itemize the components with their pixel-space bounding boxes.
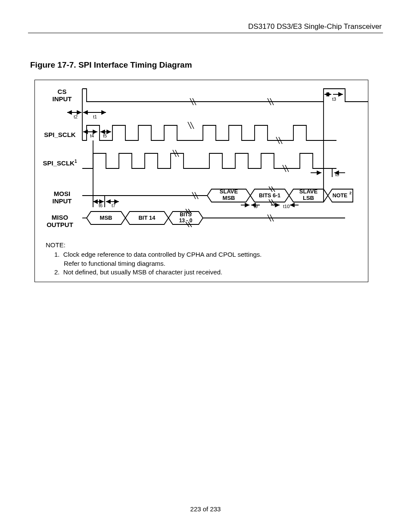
mosi-box2a: SLAVE (299, 188, 318, 195)
mosi-box3sup: 2 (349, 191, 352, 195)
note2-text: Not defined, but usually MSB of characte… (63, 268, 222, 276)
page-number: 223 of 233 (0, 505, 411, 513)
waveform-svg: SLAVE MSB BITS 6-1 SLAVE LSB NOTE 2 MSB … (35, 80, 368, 240)
mosi-box0b: MSB (223, 195, 235, 201)
miso-box1: BIT 14 (138, 215, 156, 221)
miso-box2a: BITS (180, 212, 191, 218)
note-1b: Refer to functional timing diagrams. (46, 259, 359, 268)
timing-diagram: CS INPUT SPI_SCLK SPI_SCLK1 MOSI INPUT M… (34, 80, 368, 282)
notes-block: NOTE: 1. Clock edge reference to data co… (46, 241, 359, 277)
figure-caption: Figure 17-7. SPI Interface Timing Diagra… (30, 60, 192, 70)
mosi-box1: BITS 6-1 (259, 193, 280, 199)
note-2: 2. Not defined, but usually MSB of chara… (46, 268, 359, 277)
miso-box0: MSB (100, 215, 112, 221)
mosi-box3: NOTE (333, 193, 348, 199)
mosi-box0a: SLAVE (220, 188, 238, 195)
note1-num: 1. (54, 251, 60, 258)
notes-header: NOTE: (46, 241, 359, 249)
mosi-box2b: LSB (303, 195, 314, 201)
note1a: Clock edge reference to data controlled … (63, 251, 262, 258)
note2-num: 2. (54, 268, 60, 276)
note-1: 1. Clock edge reference to data controll… (46, 250, 359, 259)
document-header: DS3170 DS3/E3 Single-Chip Transceiver (248, 22, 382, 31)
header-rule (28, 33, 383, 33)
miso-box2b: 13 - 0 (179, 218, 193, 224)
